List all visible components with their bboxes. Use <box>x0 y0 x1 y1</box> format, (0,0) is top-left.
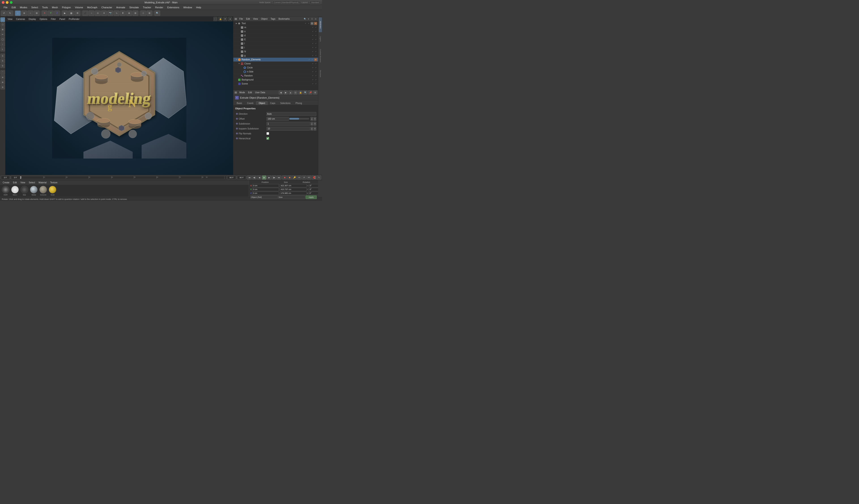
isoparm-spinner-down[interactable]: ▼ <box>314 127 316 131</box>
render-btn[interactable]: ▶ <box>62 11 68 16</box>
ruler-tool[interactable]: L <box>0 47 5 51</box>
transport-prev-key[interactable]: ◀| <box>252 175 257 180</box>
warp-tool[interactable]: ≋ <box>0 75 5 80</box>
shatter-tool[interactable]: ⊜ <box>0 85 5 89</box>
transport-next[interactable]: ▶ <box>267 175 271 180</box>
bookmarks-menu-btn[interactable]: Bookmarks <box>277 17 291 20</box>
search-btn[interactable]: 🔍 <box>154 11 160 16</box>
spline-tool-2[interactable]: S <box>0 59 5 63</box>
paint-tool[interactable]: ✏ <box>0 32 5 37</box>
mat-tag[interactable]: M <box>311 22 314 25</box>
tree-item-text[interactable]: ▶ Text ✓ ✓ M M <box>233 21 318 26</box>
attr-back-btn[interactable]: ◀ <box>279 91 283 95</box>
render-settings-btn[interactable]: ⚙ <box>75 11 80 16</box>
vis-icon-1[interactable]: ✓ <box>304 22 307 25</box>
select-tool[interactable]: ⊞ <box>34 11 40 16</box>
subdivision-spinner-down[interactable]: ▼ <box>314 122 316 126</box>
cube-btn[interactable]: ⬛ <box>82 11 88 16</box>
vp-options[interactable]: Options <box>38 18 48 20</box>
tree-item-N[interactable]: ▶ T N ✓ ✓ <box>233 50 318 54</box>
cylinder-btn[interactable]: ⊙ <box>95 11 101 16</box>
attr-home-btn[interactable]: ⊡ <box>293 91 298 95</box>
attr-edit-btn[interactable]: Edit <box>247 91 253 94</box>
twist-tool[interactable]: ⊛ <box>0 80 5 85</box>
undo-button[interactable]: ↺ <box>1 11 7 16</box>
spline-tool-3[interactable]: S <box>0 63 5 68</box>
menu-edit[interactable]: Edit <box>10 5 18 9</box>
offset-slider-track[interactable] <box>289 118 310 120</box>
filter-icon[interactable]: ▼ <box>307 17 310 20</box>
mograph-btn[interactable]: ⊞ <box>132 11 138 16</box>
vis-icon-2[interactable]: ✓ <box>307 22 310 25</box>
scene-canvas[interactable]: modeling modeling modeling modeling mode… <box>5 21 233 175</box>
attr-userdata-btn[interactable]: User Data <box>254 91 266 94</box>
end-frame-input[interactable] <box>227 176 236 179</box>
fps-input[interactable] <box>237 176 246 179</box>
tree-item-i[interactable]: ▶ T i ✓ ✓ <box>233 46 318 50</box>
redo-button[interactable]: ↻ <box>7 11 13 16</box>
snap-timeline-btn[interactable]: 🧲 <box>312 175 316 180</box>
file-menu-btn[interactable]: File <box>238 17 244 20</box>
tree-item-random[interactable]: ▶ Random ✓ ✓ <box>233 74 318 78</box>
snap-btn[interactable]: ⊹ <box>140 11 146 16</box>
pos-z-input[interactable] <box>252 192 279 195</box>
sculpt-tool[interactable]: ◯ <box>0 37 5 42</box>
size-y-input[interactable] <box>280 188 307 191</box>
tree-item-circle[interactable]: ▶ Circle ✓ ✓ <box>233 66 318 70</box>
minimize-button[interactable] <box>6 1 9 4</box>
tab-phong[interactable]: Phong <box>293 101 304 105</box>
vp-view[interactable]: View <box>6 18 14 20</box>
object-menu-btn[interactable]: Object <box>260 17 269 20</box>
mat-view-btn[interactable]: View <box>19 181 26 184</box>
tree-item-d[interactable]: ▶ T d ✓ ✓ <box>233 33 318 37</box>
mat-hdr[interactable]: HDR <box>2 186 10 196</box>
attr-search-btn[interactable]: 🔍 <box>303 91 307 95</box>
offset-input[interactable] <box>267 117 289 121</box>
subdivision-input[interactable] <box>267 122 310 126</box>
menu-simulate[interactable]: Simulate <box>127 5 141 9</box>
transport-last[interactable]: ⏭ <box>277 175 281 180</box>
tree-item-l[interactable]: ▶ T l ✓ ✓ <box>233 42 318 46</box>
offset-spinner-down[interactable]: ▼ <box>314 117 316 121</box>
attr-up-btn[interactable]: ▲ <box>289 91 292 95</box>
tree-item-random-elements[interactable]: ▼ Random_Elements ✓ ✓ M <box>233 58 318 62</box>
vp-expand-icon[interactable]: ⛶ <box>213 17 217 21</box>
far-tab-layers[interactable]: Layers <box>319 33 322 45</box>
object-tree[interactable]: ▶ Text ✓ ✓ M M ▶ T m <box>233 21 318 90</box>
mat-create-btn[interactable]: Create <box>2 181 10 184</box>
grid-btn[interactable]: ⊞ <box>147 11 152 16</box>
apply-button[interactable]: Apply <box>305 195 317 199</box>
mat-metal[interactable]: Metal <box>30 186 37 196</box>
menu-file[interactable]: File <box>2 5 10 9</box>
bend-tool[interactable]: ⌒ <box>0 70 5 75</box>
preview-btn[interactable]: P <box>302 175 306 180</box>
far-tab-structure[interactable]: Structure <box>319 66 322 81</box>
boole-btn[interactable]: ⊕ <box>126 11 132 16</box>
model-tool[interactable]: ⬡ <box>0 22 5 27</box>
tree-item-E[interactable]: ▶ T E ✓ ✓ <box>233 37 318 42</box>
attr-dot-subdivision[interactable] <box>236 123 238 124</box>
spline-btn[interactable]: ∿ <box>114 11 119 16</box>
mat-gold[interactable]: Gold <box>49 186 56 196</box>
tree-item-scene[interactable]: ▶ Scene ✓ ✓ <box>233 82 318 86</box>
subdivision-spinner-up[interactable]: ▲ <box>311 122 313 126</box>
vp-lock-icon[interactable]: 🔒 <box>218 17 222 21</box>
autokey-btn[interactable]: AK <box>297 175 302 180</box>
tree-item-m[interactable]: ▶ T m ✓ ✓ <box>233 26 318 30</box>
far-tab-content-browser[interactable]: Content Browser <box>319 46 322 66</box>
mat-select-btn[interactable]: Select <box>28 181 36 184</box>
scale-tool[interactable]: ⊕ <box>21 11 27 16</box>
texture-tool[interactable]: ⊞ <box>0 27 5 32</box>
yaxis-btn[interactable]: Y <box>48 11 54 16</box>
attr-panel-menu-icon[interactable] <box>234 91 237 94</box>
viewport[interactable]: View Cameras Display Options Filter Pane… <box>5 17 233 175</box>
vis-m-2[interactable]: ✓ <box>315 26 317 29</box>
menu-character[interactable]: Character <box>100 5 114 9</box>
flip-normals-checkbox[interactable] <box>267 132 269 135</box>
offset-spinner-up[interactable]: ▲ <box>311 117 313 121</box>
vp-display[interactable]: Display <box>27 18 37 20</box>
panel-menu-icon[interactable] <box>234 17 237 20</box>
attr-dot-hierarchical[interactable] <box>236 138 238 139</box>
search-icon[interactable]: 🔍 <box>303 17 306 20</box>
frame-counter[interactable] <box>11 176 20 179</box>
